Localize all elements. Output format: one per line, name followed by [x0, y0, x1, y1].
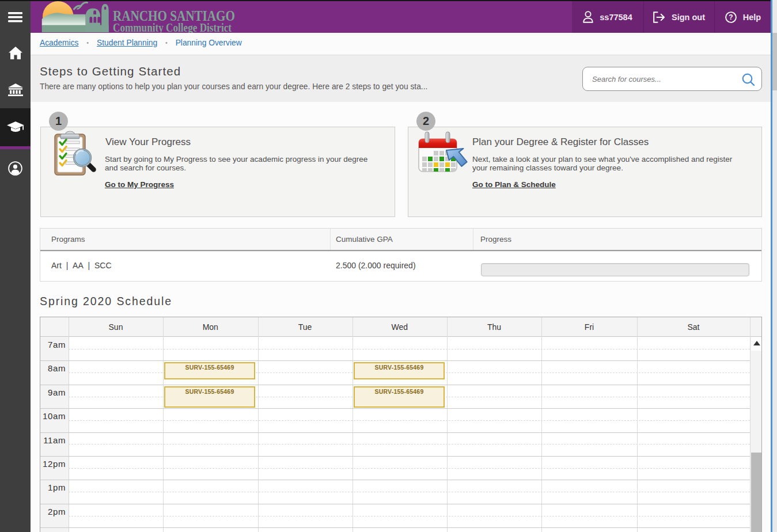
- svg-text:Community College District: Community College District: [113, 21, 232, 33]
- svg-text:?: ?: [729, 13, 733, 21]
